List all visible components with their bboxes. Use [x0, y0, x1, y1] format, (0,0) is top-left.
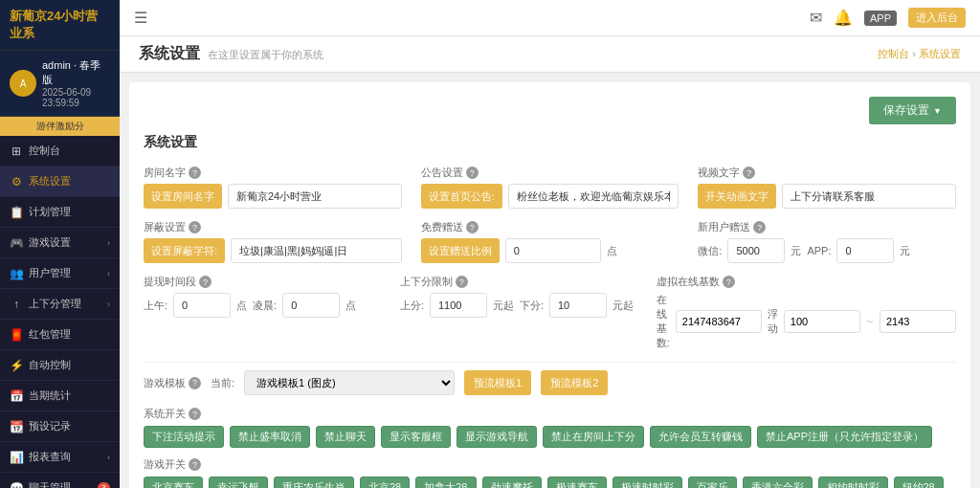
system-switch[interactable]: 允许会员互转赚钱 — [650, 426, 751, 448]
score-down-input[interactable] — [549, 293, 607, 318]
system-switch[interactable]: 下注活动提示 — [144, 426, 224, 448]
chevron-icon: › — [107, 269, 110, 278]
float-input[interactable] — [784, 310, 860, 333]
room-name-input[interactable] — [228, 184, 402, 209]
game-template-label: 游戏模板 ? — [144, 376, 201, 390]
new-user-give-help[interactable]: ? — [753, 221, 766, 233]
game-icon: 🎮 — [10, 236, 23, 250]
game-switch[interactable]: 加拿大28 — [415, 477, 476, 488]
reminder-label: 提现时间段 ? — [144, 275, 381, 289]
save-button[interactable]: 保存设置 — [869, 97, 956, 124]
video-text-input[interactable] — [782, 184, 956, 209]
free-give-help[interactable]: ? — [466, 221, 479, 233]
game-switch[interactable]: 北京赛车 — [144, 477, 203, 488]
sidebar-item-report[interactable]: 📊 报表查询 › — [0, 442, 120, 473]
breadcrumb: 控制台 › 系统设置 — [878, 47, 961, 61]
sidebar-item-chat[interactable]: 💬 聊天管理 3 — [0, 473, 120, 488]
sidebar-item-auto[interactable]: ⚡ 自动控制 — [0, 350, 120, 381]
sidebar-item-game[interactable]: 🎮 游戏设置 › — [0, 228, 120, 258]
preview2-button[interactable]: 预流模板2 — [541, 370, 608, 395]
system-switches-help[interactable]: ? — [189, 408, 201, 420]
game-switches-help[interactable]: ? — [189, 458, 201, 471]
game-template-select[interactable]: 游戏模板1 (图皮) 游戏模板2 游戏模板3 — [244, 370, 455, 395]
breadcrumb-current: 系统设置 — [919, 48, 961, 59]
score-split-help[interactable]: ? — [456, 276, 468, 288]
reminder-up-input[interactable] — [173, 293, 231, 318]
game-switches-label: 游戏开关 ? — [144, 457, 956, 472]
room-name-set-btn[interactable]: 设置房间名字 — [144, 184, 222, 209]
system-switch[interactable]: 显示客服框 — [381, 426, 451, 448]
preview1-button[interactable]: 预流模板1 — [464, 370, 531, 395]
sidebar-item-score[interactable]: ↑ 上下分管理 › — [0, 289, 120, 320]
system-switches-row: 下注活动提示禁止盛率取消禁止聊天显示客服框显示游戏导航禁止在房间上下分允许会员互… — [144, 426, 956, 448]
game-switch[interactable]: 重庆农乐生肖 — [274, 477, 354, 488]
game-template-row: 游戏模板 ? 当前: 游戏模板1 (图皮) 游戏模板2 游戏模板3 预流模板1 … — [144, 370, 956, 395]
free-give-set-btn[interactable]: 设置赠送比例 — [421, 238, 500, 263]
free-give-group: 免费赠送 ? 设置赠送比例 点 — [421, 220, 679, 263]
reminder-group: 提现时间段 ? 上午: 点 凌晨: 点 — [144, 275, 381, 350]
bell-icon[interactable]: 🔔 — [834, 9, 853, 27]
system-switch[interactable]: 显示游戏导航 — [457, 426, 537, 448]
room-name-help[interactable]: ? — [189, 166, 201, 179]
mail-icon[interactable]: ✉ — [810, 9, 822, 27]
game-switch[interactable]: 香港六合彩 — [743, 477, 813, 488]
float-end-input[interactable] — [880, 310, 956, 333]
video-text-group: 视频文字 ? 开关动画文字 — [698, 166, 956, 209]
announcement-set-btn[interactable]: 设置首页公告: — [421, 184, 502, 209]
game-switch[interactable]: 劲速摩托 — [482, 477, 542, 488]
game-switch[interactable]: 北京28 — [360, 477, 410, 488]
form-row-1: 房间名字 ? 设置房间名字 公告设置 ? 设置首页公告: — [144, 166, 956, 209]
app-title: 新葡京24小时营业系 — [10, 8, 110, 42]
wechat-input[interactable] — [727, 238, 785, 263]
sidebar-item-system[interactable]: ⚙ 系统设置 — [0, 166, 120, 197]
sidebar-item-user[interactable]: 👥 用户管理 › — [0, 258, 120, 289]
user-icon: 👥 — [10, 267, 23, 280]
sidebar-item-plan[interactable]: 📋 计划管理 — [0, 197, 120, 228]
app-input[interactable] — [836, 238, 894, 263]
game-switch[interactable]: 百家乐 — [688, 477, 737, 488]
system-switch[interactable]: 禁止盛率取消 — [230, 426, 310, 448]
page-header: 系统设置 在这里设置属于你的系统 控制台 › 系统设置 — [120, 36, 980, 73]
reminder-help[interactable]: ? — [199, 276, 212, 288]
announcement-input[interactable] — [508, 184, 679, 209]
screen-input[interactable] — [231, 238, 402, 263]
new-user-give-group: 新用户赠送 ? 微信: 元 APP: 元 — [698, 220, 956, 263]
game-template-help[interactable]: ? — [189, 377, 201, 389]
game-switch[interactable]: 极速时时彩 — [612, 477, 682, 488]
game-switch[interactable]: 极速赛车 — [547, 477, 607, 488]
menu-icon[interactable]: ☰ — [134, 9, 147, 27]
system-switch[interactable]: 禁止在房间上下分 — [543, 426, 644, 448]
dashboard-icon: ⊞ — [10, 144, 23, 158]
redpack-icon: 🧧 — [10, 328, 23, 342]
sidebar-header: 新葡京24小时营业系 — [0, 0, 120, 51]
screen-help[interactable]: ? — [189, 221, 201, 233]
game-switch[interactable]: 纽约28 — [894, 477, 944, 488]
topbar-right: ✉ 🔔 APP 进入后台 — [810, 8, 966, 28]
sidebar-item-period[interactable]: 📅 当期统计 — [0, 381, 120, 411]
score-up-input[interactable] — [430, 293, 487, 318]
screen-set-btn[interactable]: 设置屏蔽字符: — [144, 238, 225, 263]
system-switches-label: 系统开关 ? — [144, 407, 956, 421]
plan-icon: 📋 — [10, 206, 23, 219]
video-text-help[interactable]: ? — [743, 166, 755, 179]
sidebar-label: 控制台 — [29, 144, 60, 158]
content-area: 保存设置 系统设置 房间名字 ? 设置房间名字 公告设置 — [120, 73, 980, 488]
virtual-online-help[interactable]: ? — [723, 276, 735, 288]
sidebar-item-dashboard[interactable]: ⊞ 控制台 — [0, 136, 120, 166]
announcement-help[interactable]: ? — [466, 166, 479, 179]
avatar: A — [10, 70, 36, 97]
system-switch[interactable]: 禁止APP注册（只允许指定登录） — [757, 426, 932, 448]
online-base-input[interactable] — [676, 310, 762, 333]
game-switch[interactable]: 相约时时彩 — [818, 477, 888, 488]
free-give-input[interactable] — [505, 238, 601, 263]
sidebar-item-schedule[interactable]: 📆 预设记录 — [0, 411, 120, 442]
app-label: APP: — [807, 245, 831, 256]
sidebar-item-redpack[interactable]: 🧧 红包管理 — [0, 320, 120, 350]
system-switch[interactable]: 禁止聊天 — [316, 426, 375, 448]
main-content: ☰ ✉ 🔔 APP 进入后台 系统设置 在这里设置属于你的系统 控制台 › 系统… — [120, 0, 980, 488]
reminder-down-input[interactable] — [282, 293, 340, 318]
game-switch[interactable]: 幸运飞艇 — [209, 477, 268, 488]
enter-button[interactable]: 进入后台 — [908, 8, 966, 28]
video-text-set-btn[interactable]: 开关动画文字 — [698, 184, 776, 209]
sidebar-label: 聊天管理 — [29, 480, 71, 488]
